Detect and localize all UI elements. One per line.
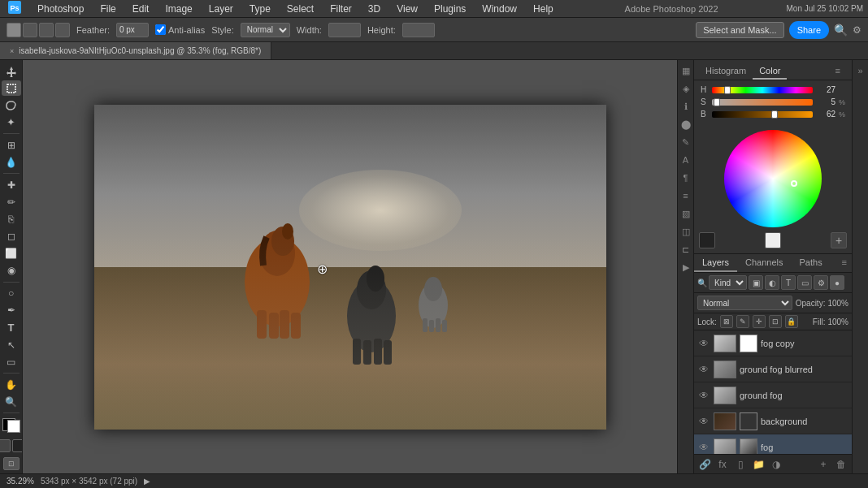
menu-image[interactable]: Image [162,2,195,16]
filter-smart-btn[interactable]: ⚙ [814,275,828,290]
saturation-thumb[interactable] [714,98,720,106]
settings-icon[interactable]: ⚙ [853,24,861,36]
properties-icon[interactable]: ≡ [679,188,693,203]
menu-type[interactable]: Type [246,2,274,16]
menu-file[interactable]: File [97,2,119,16]
width-input[interactable] [328,23,361,37]
menu-photoshop[interactable]: Photoshop [34,2,87,16]
canvas-area[interactable]: ⊕ [23,60,677,473]
magic-wand-tool[interactable]: ✦ [2,114,21,130]
pen-tool[interactable]: ✒ [2,303,21,318]
menu-help[interactable]: Help [530,2,557,16]
intersect-selection-btn[interactable] [55,23,70,37]
paragraph-icon[interactable]: ¶ [679,171,693,185]
feather-input[interactable] [116,23,149,37]
tab-channels[interactable]: Channels [737,254,791,272]
quick-mask-btn[interactable] [12,439,24,452]
blur-tool[interactable]: ◉ [2,263,21,279]
layer-item-background[interactable]: 👁 background [694,408,852,434]
layer-item-fog[interactable]: 👁 fog [694,434,852,454]
layer-vis-fog[interactable]: 👁 [697,441,710,454]
brightness-slider[interactable] [712,111,813,118]
document-tab[interactable]: × isabella-juskova-9aNItHjuOc0-unsplash.… [0,42,271,59]
glyphs-icon[interactable]: A [679,153,693,167]
style-select[interactable]: Normal [241,23,290,37]
height-input[interactable] [402,23,435,37]
color-panel-icon[interactable]: ◈ [679,81,693,96]
lock-artboard-btn[interactable]: ⊡ [769,315,782,328]
add-effect-btn[interactable]: fx [715,457,730,472]
eraser-tool[interactable]: ◻ [2,229,21,244]
marquee-tool[interactable] [2,80,21,96]
shape-tool[interactable]: ▭ [2,354,21,369]
add-swatch-icon[interactable]: + [831,232,847,248]
share-button[interactable]: Share [789,21,829,39]
clone-tool[interactable]: ⎘ [2,211,21,227]
black-swatch[interactable] [699,232,715,248]
menu-filter[interactable]: Filter [327,2,355,16]
eyedropper-tool[interactable]: 💧 [2,154,21,170]
brushsettings-icon[interactable]: ✎ [679,135,693,149]
filter-toggle-btn[interactable]: ● [830,275,844,290]
filter-adjustment-btn[interactable]: ◐ [765,275,779,290]
layer-item-ground-fog[interactable]: 👁 ground fog [694,382,852,408]
panel-menu-icon[interactable]: ≡ [829,63,847,80]
info-icon[interactable]: ℹ [679,99,693,114]
subtract-selection-btn[interactable] [39,23,54,37]
background-color[interactable] [7,420,20,433]
lock-all-btn[interactable]: 🔒 [785,315,798,328]
link-layers-btn[interactable]: 🔗 [697,457,712,472]
opacity-value[interactable]: 100% [827,299,848,308]
layers-icon[interactable]: ▧ [679,206,693,221]
status-arrow[interactable]: ▶ [144,477,150,486]
adjustment-icon[interactable]: ⬤ [679,117,693,132]
layers-panel-menu[interactable]: ≡ [837,254,852,272]
color-swatch[interactable] [2,418,20,433]
app-logo[interactable]: Ps [5,0,24,18]
paths-icon[interactable]: ⊏ [679,242,693,257]
layer-vis-background[interactable]: 👁 [697,415,710,428]
select-and-mask-button[interactable]: Select and Mask... [696,22,784,38]
fill-value[interactable]: 100% [827,317,848,326]
brightness-thumb[interactable] [771,110,778,119]
wheel-selector[interactable] [791,180,797,187]
filter-shape-btn[interactable]: ▭ [797,275,812,290]
layer-vis-fog-copy[interactable]: 👁 [697,337,710,350]
histogram-icon[interactable]: ▦ [679,63,693,78]
layer-vis-ground-fog[interactable]: 👁 [697,389,710,402]
menu-3d[interactable]: 3D [365,2,384,16]
hand-tool[interactable]: ✋ [2,377,21,392]
filter-type-btn[interactable]: T [781,275,796,290]
timeline-icon[interactable]: ▶ [679,260,693,274]
path-selection-tool[interactable]: ↖ [2,337,21,352]
layers-list[interactable]: 👁 fog copy 👁 ground fog blurred [694,330,852,454]
color-wheel[interactable] [724,130,822,227]
delete-layer-btn[interactable]: 🗑 [834,457,848,472]
menu-edit[interactable]: Edit [129,2,153,16]
blend-mode-select[interactable]: Normal [697,296,792,310]
layer-vis-ground-fog-blurred[interactable]: 👁 [697,363,710,376]
gradient-tool[interactable]: ⬜ [2,246,21,261]
brush-tool[interactable]: ✏ [2,194,21,209]
lasso-tool[interactable] [2,97,21,113]
move-tool[interactable] [2,63,21,79]
healing-tool[interactable]: ✚ [2,177,21,192]
lock-transparent-btn[interactable]: ⊠ [720,315,733,328]
menu-select[interactable]: Select [284,2,317,16]
tab-close-icon[interactable]: × [10,47,14,55]
hue-slider[interactable] [712,87,813,93]
new-selection-btn[interactable] [7,23,21,37]
create-group-btn[interactable]: 📁 [751,457,766,472]
menu-plugins[interactable]: Plugins [431,2,469,16]
tab-layers[interactable]: Layers [694,254,737,272]
menu-view[interactable]: View [393,2,421,16]
menu-layer[interactable]: Layer [206,2,237,16]
tab-histogram[interactable]: Histogram [699,63,753,80]
hue-thumb[interactable] [724,86,731,94]
filter-kind-select[interactable]: Kind [709,275,747,290]
filter-pixel-btn[interactable]: ▣ [749,275,763,290]
search-icon[interactable]: 🔍 [834,24,848,37]
crop-tool[interactable]: ⊞ [2,137,21,153]
layer-item-fog-copy[interactable]: 👁 fog copy [694,330,852,356]
zoom-tool[interactable]: 🔍 [2,394,21,409]
